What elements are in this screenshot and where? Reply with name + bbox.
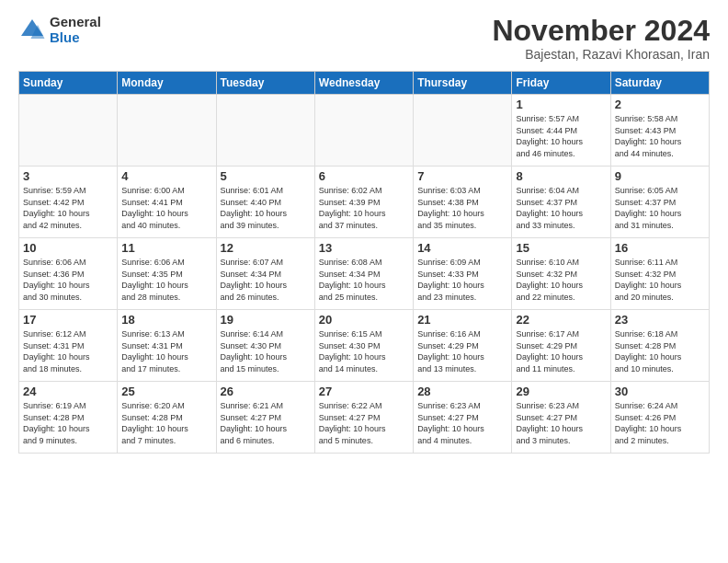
day-info: Sunrise: 6:23 AM Sunset: 4:27 PM Dayligh…	[516, 400, 606, 446]
header: General Blue November 2024 Bajestan, Raz…	[18, 15, 710, 62]
calendar-cell: 24Sunrise: 6:19 AM Sunset: 4:28 PM Dayli…	[19, 382, 118, 454]
day-number: 16	[615, 241, 705, 255]
day-info: Sunrise: 6:19 AM Sunset: 4:28 PM Dayligh…	[23, 400, 113, 446]
logo-blue-text: Blue	[50, 30, 101, 46]
calendar-cell: 26Sunrise: 6:21 AM Sunset: 4:27 PM Dayli…	[216, 382, 314, 454]
calendar-cell: 2Sunrise: 5:58 AM Sunset: 4:43 PM Daylig…	[610, 95, 709, 167]
page: General Blue November 2024 Bajestan, Raz…	[0, 0, 728, 563]
calendar-week-row-2: 10Sunrise: 6:06 AM Sunset: 4:36 PM Dayli…	[19, 238, 710, 310]
calendar-cell: 9Sunrise: 6:05 AM Sunset: 4:37 PM Daylig…	[610, 167, 709, 238]
calendar-cell: 30Sunrise: 6:24 AM Sunset: 4:26 PM Dayli…	[610, 382, 709, 454]
calendar-cell: 3Sunrise: 5:59 AM Sunset: 4:42 PM Daylig…	[19, 167, 118, 238]
col-thursday: Thursday	[414, 72, 512, 95]
calendar-cell: 21Sunrise: 6:16 AM Sunset: 4:29 PM Dayli…	[414, 310, 512, 382]
day-number: 20	[319, 313, 409, 327]
day-number: 1	[516, 98, 606, 111]
calendar-week-row-3: 17Sunrise: 6:12 AM Sunset: 4:31 PM Dayli…	[19, 310, 710, 382]
calendar-cell: 22Sunrise: 6:17 AM Sunset: 4:29 PM Dayli…	[512, 310, 610, 382]
calendar-cell: 11Sunrise: 6:06 AM Sunset: 4:35 PM Dayli…	[118, 238, 216, 310]
calendar-cell	[118, 95, 216, 167]
day-info: Sunrise: 6:07 AM Sunset: 4:34 PM Dayligh…	[221, 257, 311, 303]
calendar-cell: 29Sunrise: 6:23 AM Sunset: 4:27 PM Dayli…	[512, 382, 610, 454]
day-info: Sunrise: 6:04 AM Sunset: 4:37 PM Dayligh…	[516, 185, 606, 231]
calendar-cell: 16Sunrise: 6:11 AM Sunset: 4:32 PM Dayli…	[610, 238, 709, 310]
day-info: Sunrise: 6:22 AM Sunset: 4:27 PM Dayligh…	[319, 400, 409, 446]
logo-text: General Blue	[50, 15, 101, 45]
day-info: Sunrise: 6:09 AM Sunset: 4:33 PM Dayligh…	[417, 257, 507, 303]
day-info: Sunrise: 6:16 AM Sunset: 4:29 PM Dayligh…	[417, 328, 507, 374]
day-info: Sunrise: 6:02 AM Sunset: 4:39 PM Dayligh…	[319, 185, 409, 231]
calendar-cell: 4Sunrise: 6:00 AM Sunset: 4:41 PM Daylig…	[118, 167, 216, 238]
day-number: 18	[121, 313, 211, 327]
calendar-cell: 8Sunrise: 6:04 AM Sunset: 4:37 PM Daylig…	[512, 167, 610, 238]
calendar-cell: 18Sunrise: 6:13 AM Sunset: 4:31 PM Dayli…	[118, 310, 216, 382]
day-number: 19	[221, 313, 311, 327]
calendar-cell: 6Sunrise: 6:02 AM Sunset: 4:39 PM Daylig…	[314, 167, 413, 238]
calendar-cell: 25Sunrise: 6:20 AM Sunset: 4:28 PM Dayli…	[118, 382, 216, 454]
calendar-cell: 5Sunrise: 6:01 AM Sunset: 4:40 PM Daylig…	[216, 167, 314, 238]
col-tuesday: Tuesday	[216, 72, 314, 95]
day-info: Sunrise: 6:17 AM Sunset: 4:29 PM Dayligh…	[516, 328, 606, 374]
day-number: 30	[615, 385, 705, 398]
day-number: 9	[615, 169, 705, 183]
calendar-cell	[216, 95, 314, 167]
day-number: 15	[516, 241, 606, 255]
calendar-cell: 23Sunrise: 6:18 AM Sunset: 4:28 PM Dayli…	[610, 310, 709, 382]
logo: General Blue	[18, 15, 101, 45]
calendar-cell: 12Sunrise: 6:07 AM Sunset: 4:34 PM Dayli…	[216, 238, 314, 310]
calendar-cell: 14Sunrise: 6:09 AM Sunset: 4:33 PM Dayli…	[414, 238, 512, 310]
calendar-cell: 1Sunrise: 5:57 AM Sunset: 4:44 PM Daylig…	[512, 95, 610, 167]
day-info: Sunrise: 5:58 AM Sunset: 4:43 PM Dayligh…	[615, 113, 705, 159]
day-number: 13	[319, 241, 409, 255]
calendar-week-row-4: 24Sunrise: 6:19 AM Sunset: 4:28 PM Dayli…	[19, 382, 710, 454]
day-number: 10	[23, 241, 113, 255]
day-number: 14	[417, 241, 507, 255]
day-number: 7	[417, 169, 507, 183]
col-friday: Friday	[512, 72, 610, 95]
calendar-cell: 19Sunrise: 6:14 AM Sunset: 4:30 PM Dayli…	[216, 310, 314, 382]
day-number: 27	[319, 385, 409, 398]
calendar-cell: 10Sunrise: 6:06 AM Sunset: 4:36 PM Dayli…	[19, 238, 118, 310]
calendar-header-row: Sunday Monday Tuesday Wednesday Thursday…	[19, 72, 710, 95]
day-number: 12	[221, 241, 311, 255]
day-info: Sunrise: 6:01 AM Sunset: 4:40 PM Dayligh…	[221, 185, 311, 231]
day-info: Sunrise: 6:06 AM Sunset: 4:35 PM Dayligh…	[121, 257, 211, 303]
calendar-cell: 13Sunrise: 6:08 AM Sunset: 4:34 PM Dayli…	[314, 238, 413, 310]
day-info: Sunrise: 6:24 AM Sunset: 4:26 PM Dayligh…	[615, 400, 705, 446]
day-info: Sunrise: 6:18 AM Sunset: 4:28 PM Dayligh…	[615, 328, 705, 374]
day-number: 28	[417, 385, 507, 398]
day-number: 8	[516, 169, 606, 183]
month-title: November 2024	[492, 15, 710, 47]
day-info: Sunrise: 6:21 AM Sunset: 4:27 PM Dayligh…	[221, 400, 311, 446]
day-info: Sunrise: 5:59 AM Sunset: 4:42 PM Dayligh…	[23, 185, 113, 231]
day-info: Sunrise: 6:12 AM Sunset: 4:31 PM Dayligh…	[23, 328, 113, 374]
day-info: Sunrise: 6:15 AM Sunset: 4:30 PM Dayligh…	[319, 328, 409, 374]
day-info: Sunrise: 6:06 AM Sunset: 4:36 PM Dayligh…	[23, 257, 113, 303]
calendar-cell: 15Sunrise: 6:10 AM Sunset: 4:32 PM Dayli…	[512, 238, 610, 310]
logo-general-text: General	[50, 15, 101, 30]
day-info: Sunrise: 6:10 AM Sunset: 4:32 PM Dayligh…	[516, 257, 606, 303]
day-number: 26	[221, 385, 311, 398]
calendar-cell	[19, 95, 118, 167]
day-info: Sunrise: 6:20 AM Sunset: 4:28 PM Dayligh…	[121, 400, 211, 446]
day-info: Sunrise: 5:57 AM Sunset: 4:44 PM Dayligh…	[516, 113, 606, 159]
day-number: 5	[221, 169, 311, 183]
col-saturday: Saturday	[610, 72, 709, 95]
day-number: 6	[319, 169, 409, 183]
day-info: Sunrise: 6:23 AM Sunset: 4:27 PM Dayligh…	[417, 400, 507, 446]
day-info: Sunrise: 6:08 AM Sunset: 4:34 PM Dayligh…	[319, 257, 409, 303]
day-info: Sunrise: 6:13 AM Sunset: 4:31 PM Dayligh…	[121, 328, 211, 374]
day-number: 2	[615, 98, 705, 111]
day-info: Sunrise: 6:00 AM Sunset: 4:41 PM Dayligh…	[121, 185, 211, 231]
day-info: Sunrise: 6:11 AM Sunset: 4:32 PM Dayligh…	[615, 257, 705, 303]
day-number: 3	[23, 169, 113, 183]
day-number: 17	[23, 313, 113, 327]
day-number: 29	[516, 385, 606, 398]
day-info: Sunrise: 6:05 AM Sunset: 4:37 PM Dayligh…	[615, 185, 705, 231]
day-number: 22	[516, 313, 606, 327]
logo-icon	[18, 17, 46, 44]
calendar-cell: 20Sunrise: 6:15 AM Sunset: 4:30 PM Dayli…	[314, 310, 413, 382]
calendar-cell: 7Sunrise: 6:03 AM Sunset: 4:38 PM Daylig…	[414, 167, 512, 238]
day-number: 23	[615, 313, 705, 327]
calendar-cell: 28Sunrise: 6:23 AM Sunset: 4:27 PM Dayli…	[414, 382, 512, 454]
